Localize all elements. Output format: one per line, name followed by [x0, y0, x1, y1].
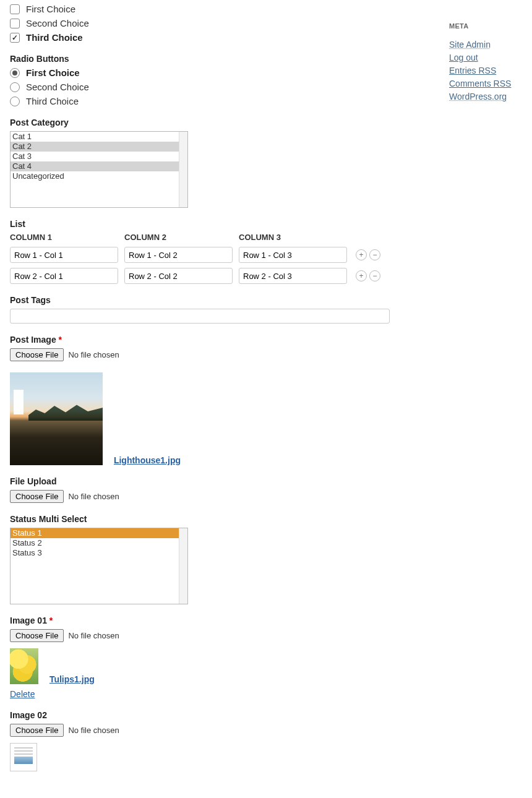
select-option[interactable]: Status 3	[11, 548, 180, 558]
choose-file-button[interactable]: Choose File	[10, 490, 64, 503]
add-row-icon[interactable]: +	[356, 249, 367, 260]
sidebar-link-wordpress-org[interactable]: WordPress.org	[449, 92, 523, 101]
thumbnail-tulips	[10, 648, 38, 684]
column-header: COLUMN 3	[239, 233, 347, 242]
delete-link[interactable]: Delete	[10, 689, 35, 699]
checkbox-third-choice[interactable]	[10, 33, 20, 43]
radio-title: Radio Buttons	[10, 54, 380, 64]
scrollbar[interactable]	[179, 528, 187, 604]
choose-file-button[interactable]: Choose File	[10, 724, 64, 737]
file-status: No file chosen	[68, 492, 119, 501]
select-option[interactable]: Cat 3	[11, 152, 180, 161]
image01-label: Image 01 *	[10, 616, 380, 625]
radio-label: Second Choice	[26, 82, 89, 92]
add-row-icon[interactable]: +	[356, 270, 367, 281]
sidebar-link-log-out[interactable]: Log out	[449, 53, 523, 62]
post-tags-input[interactable]	[10, 309, 390, 324]
radio-third-choice[interactable]	[10, 97, 20, 106]
radio-first-choice[interactable]	[10, 68, 20, 78]
checkbox-label: First Choice	[26, 4, 75, 14]
status-multiselect[interactable]: Status 1 Status 2 Status 3	[10, 528, 188, 604]
sidebar-link-entries-rss[interactable]: Entries RSS	[449, 66, 523, 75]
scrollbar[interactable]	[179, 132, 187, 207]
post-tags-label: Post Tags	[10, 295, 380, 305]
sidebar-link-site-admin[interactable]: Site Admin	[449, 40, 523, 49]
remove-row-icon[interactable]: −	[369, 249, 380, 260]
list-cell-input[interactable]	[239, 247, 347, 263]
sidebar-title: META	[449, 22, 523, 30]
status-multiselect-label: Status Multi Select	[10, 514, 380, 524]
checkbox-second-choice[interactable]	[10, 19, 20, 28]
radio-label: Third Choice	[26, 96, 79, 106]
list-header: COLUMN 1 COLUMN 2 COLUMN 3	[10, 233, 380, 242]
choose-file-button[interactable]: Choose File	[10, 348, 64, 361]
select-option[interactable]: Uncategorized	[11, 171, 180, 181]
radio-label: First Choice	[26, 67, 80, 78]
list-cell-input[interactable]	[124, 247, 233, 263]
thumbnail-document	[10, 743, 37, 771]
list-cell-input[interactable]	[10, 268, 118, 284]
post-image-label: Post Image *	[10, 335, 380, 345]
list-cell-input[interactable]	[239, 268, 347, 284]
file-status: No file chosen	[68, 726, 119, 735]
file-upload-label: File Upload	[10, 476, 380, 486]
file-link[interactable]: Tulips1.jpg	[49, 674, 95, 684]
file-link[interactable]: Lighthouse1.jpg	[114, 455, 181, 465]
remove-row-icon[interactable]: −	[369, 270, 380, 281]
select-option[interactable]: Cat 1	[11, 132, 180, 142]
select-option[interactable]: Cat 2	[11, 142, 180, 152]
sidebar-meta: META Site Admin Log out Entries RSS Comm…	[449, 4, 523, 105]
select-option[interactable]: Status 2	[11, 538, 180, 548]
radio-second-choice[interactable]	[10, 82, 20, 92]
column-header: COLUMN 2	[124, 233, 233, 242]
column-header: COLUMN 1	[10, 233, 118, 242]
list-row: + −	[10, 268, 380, 284]
choose-file-button[interactable]: Choose File	[10, 629, 64, 642]
list-cell-input[interactable]	[10, 247, 118, 263]
checkbox-group: First Choice Second Choice Third Choice	[10, 4, 380, 43]
checkbox-label: Second Choice	[26, 18, 89, 28]
file-status: No file chosen	[68, 631, 119, 640]
list-label: List	[10, 219, 380, 229]
select-option[interactable]: Cat 4	[11, 161, 180, 171]
post-category-select[interactable]: Cat 1 Cat 2 Cat 3 Cat 4 Uncategorized	[10, 131, 188, 208]
image02-label: Image 02	[10, 710, 380, 720]
checkbox-label: Third Choice	[26, 32, 83, 43]
file-status: No file chosen	[68, 350, 119, 359]
select-option[interactable]: Status 1	[11, 528, 180, 538]
list-row: + −	[10, 247, 380, 263]
thumbnail-lighthouse	[10, 372, 103, 465]
radio-group: First Choice Second Choice Third Choice	[10, 67, 380, 106]
post-category-label: Post Category	[10, 118, 380, 127]
list-cell-input[interactable]	[124, 268, 233, 284]
sidebar-link-comments-rss[interactable]: Comments RSS	[449, 79, 523, 88]
checkbox-first-choice[interactable]	[10, 4, 20, 14]
